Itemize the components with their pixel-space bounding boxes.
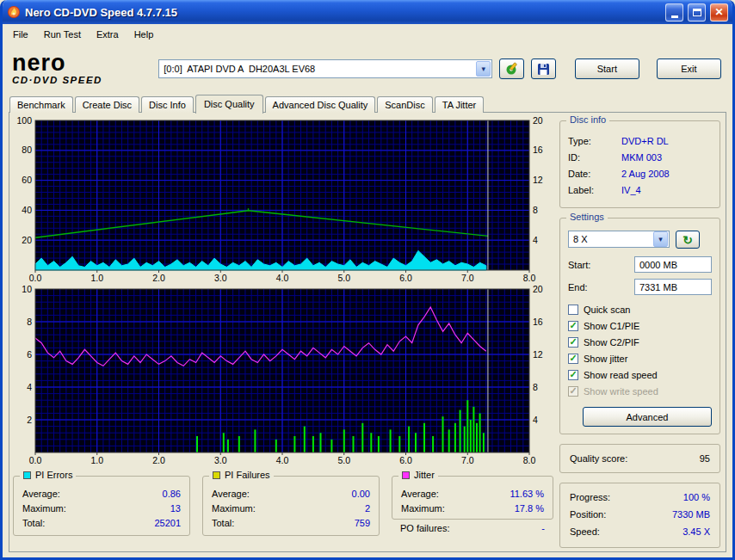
checkbox-quick-scan[interactable]: Quick scan xyxy=(568,301,712,317)
jitter-pif-chart: 0.01.02.03.04.05.06.07.08.01086422016128… xyxy=(12,285,553,467)
stat-label: Average: xyxy=(401,489,439,499)
svg-text:20: 20 xyxy=(533,285,543,294)
save-button[interactable] xyxy=(531,58,556,79)
close-button[interactable]: ✕ xyxy=(710,3,728,22)
menu-run-test[interactable]: Run Test xyxy=(36,27,89,42)
chevron-down-icon[interactable]: ▾ xyxy=(476,61,491,77)
disc-date-label: Date: xyxy=(568,169,621,179)
stat-label: Average: xyxy=(22,489,60,499)
speed-select-value: 8 X xyxy=(569,234,652,244)
checkbox-show-read-speed[interactable]: ✓ Show read speed xyxy=(568,366,712,383)
settings-title: Settings xyxy=(566,212,608,223)
checkbox-icon[interactable]: ✓ xyxy=(568,337,578,348)
tab-scandisc[interactable]: ScanDisc xyxy=(377,96,432,113)
minimize-icon xyxy=(671,15,678,18)
maximize-button[interactable] xyxy=(688,3,706,22)
tab-create-disc[interactable]: Create Disc xyxy=(75,96,139,113)
save-icon xyxy=(537,63,550,76)
stat-row: Maximum: 13 xyxy=(21,501,182,515)
svg-text:4.0: 4.0 xyxy=(276,455,289,465)
stat-value: 759 xyxy=(355,518,370,528)
checkbox-icon[interactable]: ✓ xyxy=(568,370,578,380)
stat-value: 25201 xyxy=(154,518,181,528)
speed-row: Speed: 3.45 X xyxy=(570,526,710,537)
disc-type-label: Type: xyxy=(568,136,621,146)
start-input[interactable]: 0000 MB xyxy=(634,256,712,273)
end-label: End: xyxy=(568,282,634,292)
checkbox-icon[interactable]: ✓ xyxy=(568,321,578,331)
disc-type-value: DVD+R DL xyxy=(621,136,669,146)
svg-text:4: 4 xyxy=(533,415,538,425)
stat-row: Average: 0.86 xyxy=(21,486,182,501)
checkbox-label: Show C2/PIF xyxy=(584,337,639,348)
drive-select-value: [0:0] ATAPI DVD A DH20A3L EV68 xyxy=(159,64,475,74)
svg-text:6.0: 6.0 xyxy=(399,455,412,465)
stat-label: Maximum: xyxy=(401,503,445,514)
chevron-down-icon[interactable]: ▾ xyxy=(653,231,668,247)
checkbox-icon[interactable]: ✓ xyxy=(568,354,578,364)
end-value: 7331 MB xyxy=(639,282,677,292)
stat-value: 17.8 % xyxy=(515,503,544,514)
refresh-button[interactable]: ↻ xyxy=(676,231,700,249)
tab-disc-info[interactable]: Disc Info xyxy=(141,96,194,113)
stat-value: 13 xyxy=(170,503,181,514)
svg-text:7.0: 7.0 xyxy=(461,273,474,283)
svg-text:3.0: 3.0 xyxy=(214,273,227,283)
stat-row: Average: 11.63 % xyxy=(399,486,546,501)
checkbox-show-jitter[interactable]: ✓ Show jitter xyxy=(568,350,712,366)
stat-value: 0.00 xyxy=(352,489,370,499)
checkbox-show-c2-pif[interactable]: ✓ Show C2/PIF xyxy=(568,334,712,350)
disc-date-row: Date: 2 Aug 2008 xyxy=(568,165,712,182)
title-bar[interactable]: Nero CD-DVD Speed 4.7.7.15 ✕ xyxy=(3,0,732,24)
tab-disc-quality[interactable]: Disc Quality xyxy=(195,95,263,114)
close-icon: ✕ xyxy=(714,7,723,17)
disc-id-value: MKM 003 xyxy=(621,152,662,163)
cddvd-speed-logo-text: CD·DVD SPEED xyxy=(12,76,151,86)
po-failures-row: PO failures: - xyxy=(392,520,553,533)
stat-row: Maximum: 2 xyxy=(210,501,372,515)
end-field-row: End: 7331 MB xyxy=(568,279,712,295)
quality-score-value: 95 xyxy=(700,453,710,464)
disc-id-row: ID: MKM 003 xyxy=(568,149,712,165)
speed-value: 3.45 X xyxy=(682,526,710,537)
po-failures-value: - xyxy=(541,523,545,533)
menu-extra[interactable]: Extra xyxy=(89,27,127,42)
drive-select[interactable]: [0:0] ATAPI DVD A DH20A3L EV68 ▾ xyxy=(158,59,492,78)
stat-label: Maximum: xyxy=(212,503,256,514)
tab-ta-jitter[interactable]: TA Jitter xyxy=(435,96,485,113)
svg-text:60: 60 xyxy=(22,175,32,185)
exit-button[interactable]: Exit xyxy=(657,58,721,79)
menu-help[interactable]: Help xyxy=(127,27,162,42)
checkbox-icon[interactable] xyxy=(568,305,578,315)
advanced-button[interactable]: Advanced xyxy=(583,407,712,427)
checkbox-show-c1-pie[interactable]: ✓ Show C1/PIE xyxy=(568,317,712,334)
disc-info-title: Disc info xyxy=(566,114,609,126)
disc-type-row: Type: DVD+R DL xyxy=(568,132,712,149)
disc-label-label: Label: xyxy=(568,185,621,195)
jitter-stats-wrap: Jitter Average: 11.63 % Maximum: 17.8 % … xyxy=(392,476,553,536)
position-value: 7330 MB xyxy=(672,509,710,520)
pi-failures-stats-group: PI Failures Average: 0.00 Maximum: 2 Tot… xyxy=(202,476,380,536)
disc-edit-button[interactable] xyxy=(499,58,524,79)
svg-text:40: 40 xyxy=(22,205,32,215)
svg-text:12: 12 xyxy=(533,175,543,185)
minimize-button[interactable] xyxy=(665,3,683,22)
svg-text:8: 8 xyxy=(533,205,538,215)
app-window: Nero CD-DVD Speed 4.7.7.15 ✕ File Run Te… xyxy=(0,0,735,560)
svg-text:16: 16 xyxy=(533,317,543,327)
po-failures-label: PO failures: xyxy=(400,523,449,533)
tab-strip: Benchmark Create Disc Disc Info Disc Qua… xyxy=(3,94,732,113)
start-button[interactable]: Start xyxy=(575,58,639,79)
tab-benchmark[interactable]: Benchmark xyxy=(9,96,73,113)
position-label: Position: xyxy=(570,509,606,520)
svg-text:20: 20 xyxy=(533,116,543,126)
speed-select[interactable]: 8 X ▾ xyxy=(568,231,670,248)
end-input[interactable]: 7331 MB xyxy=(634,279,712,295)
disc-label-value: IV_4 xyxy=(621,185,641,195)
pi-errors-legend: PI Errors xyxy=(20,470,76,481)
tab-advanced-disc-quality[interactable]: Advanced Disc Quality xyxy=(265,96,376,113)
svg-text:8: 8 xyxy=(27,317,32,327)
svg-text:2.0: 2.0 xyxy=(152,455,165,465)
svg-text:5.0: 5.0 xyxy=(337,273,350,283)
menu-file[interactable]: File xyxy=(5,27,36,42)
